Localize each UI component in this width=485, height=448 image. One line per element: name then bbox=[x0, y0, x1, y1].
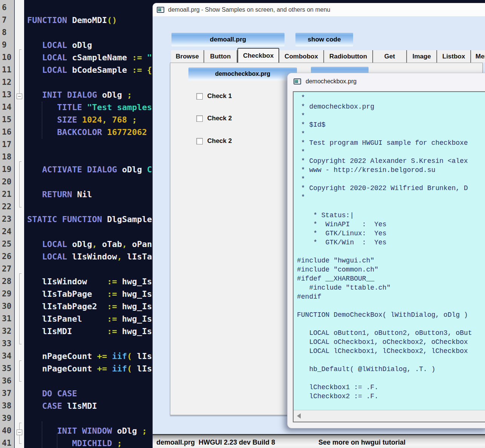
line-number: 40 bbox=[0, 426, 14, 439]
fold-scope-line bbox=[19, 361, 20, 382]
checkbox-label: Check 1 bbox=[207, 92, 232, 100]
democheckbox-prg-button[interactable]: democheckbox.prg bbox=[188, 68, 297, 80]
line-number: 7 bbox=[0, 15, 14, 28]
code-line: LOCAL bCodeSample := { bbox=[27, 65, 152, 78]
line-number: 9 bbox=[0, 40, 14, 53]
code-line: ACTIVATE DIALOG oDlg C bbox=[27, 165, 152, 177]
line-number: 18 bbox=[0, 152, 14, 165]
line-number: 39 bbox=[0, 414, 14, 426]
checkbox-label: Check 2 bbox=[207, 115, 232, 122]
horizontal-scrollbar[interactable] bbox=[294, 410, 485, 422]
line-number: 11 bbox=[0, 65, 14, 78]
line-number: 33 bbox=[0, 339, 14, 351]
line-number: 21 bbox=[0, 190, 14, 202]
demoall-title: demoall.prg - Show Samples on screen, an… bbox=[168, 6, 330, 13]
tab-listbox[interactable]: Listbox bbox=[437, 50, 471, 63]
line-number: 27 bbox=[0, 264, 14, 277]
checkbox-row[interactable]: Check 2 bbox=[196, 115, 232, 122]
status-bar: demoall.prg HWGUI 2.23 dev Build 8 See m… bbox=[153, 434, 485, 448]
code-line: lIsWindow := hwg_Is bbox=[27, 277, 152, 289]
tab-combobox[interactable]: Combobox bbox=[279, 50, 324, 63]
code-line: FUNCTION DemoMDI() bbox=[27, 15, 117, 28]
line-number: 41 bbox=[0, 439, 14, 448]
line-number: 10 bbox=[0, 53, 14, 65]
checkbox-row[interactable]: Check 1 bbox=[196, 92, 232, 100]
line-number: 30 bbox=[0, 302, 14, 314]
code-line: MDICHILD ; bbox=[27, 439, 122, 448]
code-line: LOCAL cSampleName := " bbox=[27, 53, 152, 65]
code-line: STATIC FUNCTION DlgSample bbox=[27, 215, 152, 227]
fold-scope-line bbox=[19, 161, 20, 207]
demoall-window: demoall.prg - Show Samples on screen, an… bbox=[152, 2, 485, 448]
status-right: See more on hwgui tutorial bbox=[318, 435, 405, 448]
line-number: 15 bbox=[0, 115, 14, 127]
checkbox-row[interactable]: Check 2 bbox=[196, 137, 232, 145]
source-code[interactable]: * * democheckbox.prg * * $Id$ * * Test p… bbox=[294, 92, 485, 410]
checkbox-box[interactable] bbox=[196, 93, 203, 100]
line-number: 28 bbox=[0, 277, 14, 289]
line-number: 8 bbox=[0, 28, 14, 40]
demoall-prg-button[interactable]: demoall.prg bbox=[171, 33, 285, 46]
code-line: RETURN Nil bbox=[27, 190, 92, 202]
line-number: 14 bbox=[0, 103, 14, 115]
line-number: 31 bbox=[0, 314, 14, 327]
tab-menu[interactable]: Menu bbox=[471, 50, 485, 63]
line-number: 6 bbox=[0, 3, 14, 15]
show-code-button[interactable]: show code bbox=[295, 33, 353, 46]
line-number: 23 bbox=[0, 215, 14, 227]
code-line: nPageCount += iif( lIs bbox=[27, 351, 152, 364]
checkbox-box[interactable] bbox=[196, 115, 203, 122]
code-line: nPageCount += iif( lIs bbox=[27, 364, 152, 376]
fold-margin[interactable] bbox=[15, 0, 24, 448]
line-number: 19 bbox=[0, 165, 14, 177]
code-line: TITLE "Test samples bbox=[27, 103, 152, 115]
tab-checkbox[interactable]: Checkbox bbox=[237, 48, 279, 63]
code-line: CASE lIsMDI bbox=[27, 401, 97, 414]
code-line: INIT DIALOG oDlg ; bbox=[27, 90, 132, 103]
code-line: lIsTabPage2 := hwg_Is bbox=[27, 302, 152, 314]
code-lines[interactable]: FUNCTION DemoMDI() LOCAL oDlg LOCAL cSam… bbox=[24, 0, 152, 448]
code-line: lIsPanel := hwg_Is bbox=[27, 314, 152, 327]
line-number: 25 bbox=[0, 239, 14, 252]
line-number: 35 bbox=[0, 364, 14, 376]
fold-collapse-icon[interactable] bbox=[17, 430, 22, 435]
line-number: 36 bbox=[0, 376, 14, 389]
code-line: DO CASE bbox=[27, 389, 77, 401]
tab-image[interactable]: Image bbox=[407, 50, 437, 63]
democheckbox-title: democheckbox.prg bbox=[306, 78, 356, 85]
tab-browse[interactable]: Browse bbox=[171, 50, 204, 63]
line-number: 26 bbox=[0, 252, 14, 264]
checkbox-box[interactable] bbox=[196, 138, 203, 144]
code-line: LOCAL oDlg, oTab, oPan bbox=[27, 239, 152, 252]
code-viewer: * * democheckbox.prg * * $Id$ * * Test p… bbox=[293, 91, 485, 422]
line-number: 17 bbox=[0, 140, 14, 152]
line-number: 16 bbox=[0, 127, 14, 140]
code-line: LOCAL oDlg bbox=[27, 40, 92, 53]
demoall-titlebar[interactable]: demoall.prg - Show Samples on screen, an… bbox=[153, 3, 485, 17]
code-line: SIZE 1024, 768 ; bbox=[27, 115, 137, 127]
line-number: 29 bbox=[0, 289, 14, 302]
democheckbox-titlebar[interactable]: democheckbox.prg bbox=[288, 73, 485, 90]
window-icon bbox=[294, 78, 301, 84]
fold-scope-line bbox=[19, 273, 20, 344]
line-number: 12 bbox=[0, 78, 14, 90]
fold-scope-line bbox=[19, 49, 20, 95]
line-number: 22 bbox=[0, 202, 14, 215]
code-line: LOCAL lIsWindow, lIsTa bbox=[27, 252, 152, 264]
line-number: 38 bbox=[0, 401, 14, 414]
tab-bar: BrowseButtonCheckboxComboboxRadiobuttonG… bbox=[171, 50, 485, 63]
code-line: lIsMDI := hwg_Is bbox=[27, 327, 152, 339]
code-line: BACKCOLOR 16772062 bbox=[27, 127, 147, 140]
democheckbox-window: democheckbox.prg * * democheckbox.prg * … bbox=[287, 73, 485, 428]
line-number: 13 bbox=[0, 90, 14, 103]
code-editor: 6789101112131415161718192021222324252627… bbox=[0, 0, 152, 448]
line-number: 20 bbox=[0, 177, 14, 190]
code-line: lIsTabPage := hwg_Is bbox=[27, 289, 152, 302]
line-number: 37 bbox=[0, 389, 14, 401]
window-icon bbox=[157, 7, 164, 13]
fold-collapse-icon[interactable] bbox=[17, 94, 22, 99]
scroll-left-arrow-icon[interactable] bbox=[297, 413, 301, 419]
tab-get[interactable]: Get bbox=[373, 50, 407, 63]
tab-button[interactable]: Button bbox=[204, 50, 237, 63]
tab-radiobutton[interactable]: Radiobutton bbox=[324, 50, 373, 63]
